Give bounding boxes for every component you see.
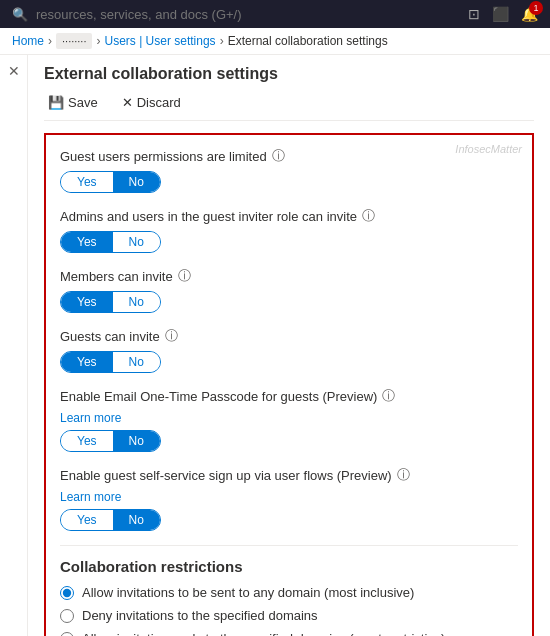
setting-label-text: Members can invite — [60, 269, 173, 284]
setting-label-text: Admins and users in the guest inviter ro… — [60, 209, 357, 224]
terminal-icon[interactable]: ⊡ — [468, 6, 480, 22]
toggle-self-service: Yes No — [60, 509, 161, 531]
toggle-no-4[interactable]: No — [113, 431, 160, 451]
setting-members-invite: Members can invite ⓘ Yes No — [60, 267, 518, 313]
collaboration-restrictions-title: Collaboration restrictions — [60, 558, 518, 575]
setting-guests-invite: Guests can invite ⓘ Yes No — [60, 327, 518, 373]
toolbar-icons: ⊡ ⬛ 🔔 1 — [468, 6, 538, 22]
setting-admins-invite: Admins and users in the guest inviter ro… — [60, 207, 518, 253]
radio-allow-any[interactable]: Allow invitations to be sent to any doma… — [60, 585, 518, 600]
breadcrumb-parent[interactable]: ········ — [56, 34, 92, 48]
toggle-no-2[interactable]: No — [113, 292, 160, 312]
toggle-admins-invite: Yes No — [60, 231, 161, 253]
setting-otp: Enable Email One-Time Passcode for guest… — [60, 387, 518, 452]
toggle-yes-4[interactable]: Yes — [61, 431, 113, 451]
setting-guest-permissions: Guest users permissions are limited ⓘ Ye… — [60, 147, 518, 193]
setting-label-text: Enable guest self-service sign up via us… — [60, 468, 392, 483]
toggle-otp: Yes No — [60, 430, 161, 452]
search-icon: 🔍 — [12, 7, 28, 22]
divider — [60, 545, 518, 546]
radio-allow-specified[interactable]: Allow invitations only to the specified … — [60, 631, 518, 636]
close-button[interactable]: ✕ — [8, 63, 20, 79]
setting-label-text: Enable Email One-Time Passcode for guest… — [60, 389, 377, 404]
toggle-yes-2[interactable]: Yes — [61, 292, 113, 312]
discard-icon: ✕ — [122, 95, 133, 110]
radio-deny-specified-input[interactable] — [60, 609, 74, 623]
radio-allow-any-input[interactable] — [60, 586, 74, 600]
breadcrumb-user-settings[interactable]: Users | User settings — [104, 34, 215, 48]
save-button[interactable]: 💾 Save — [44, 93, 102, 112]
radio-allow-specified-input[interactable] — [60, 632, 74, 637]
toggle-no-0[interactable]: No — [113, 172, 160, 192]
toggle-yes-0[interactable]: Yes — [61, 172, 113, 192]
learn-more-otp[interactable]: Learn more — [60, 411, 518, 425]
notification-badge: 1 — [529, 1, 543, 15]
toggle-guests-invite: Yes No — [60, 351, 161, 373]
setting-label-text: Guests can invite — [60, 329, 160, 344]
toggle-guest-permissions: Yes No — [60, 171, 161, 193]
discard-button[interactable]: ✕ Discard — [118, 93, 185, 112]
info-icon-5[interactable]: ⓘ — [397, 466, 410, 484]
settings-panel: InfosecMatter Guest users permissions ar… — [44, 133, 534, 636]
main-container: ✕ External collaboration settings 💾 Save… — [0, 55, 550, 636]
info-icon-1[interactable]: ⓘ — [362, 207, 375, 225]
radio-deny-specified-label: Deny invitations to the specified domain… — [82, 608, 318, 623]
content-area: External collaboration settings 💾 Save ✕… — [28, 55, 550, 636]
radio-allow-specified-label: Allow invitations only to the specified … — [82, 631, 445, 636]
info-icon-2[interactable]: ⓘ — [178, 267, 191, 285]
info-icon-4[interactable]: ⓘ — [382, 387, 395, 405]
search-input[interactable] — [36, 7, 460, 22]
toolbar: 💾 Save ✕ Discard — [44, 93, 534, 121]
breadcrumb-current: External collaboration settings — [228, 34, 388, 48]
breadcrumb-home[interactable]: Home — [12, 34, 44, 48]
learn-more-self-service[interactable]: Learn more — [60, 490, 518, 504]
info-icon-3[interactable]: ⓘ — [165, 327, 178, 345]
save-icon: 💾 — [48, 95, 64, 110]
toggle-yes-1[interactable]: Yes — [61, 232, 113, 252]
radio-allow-any-label: Allow invitations to be sent to any doma… — [82, 585, 414, 600]
page-title: External collaboration settings — [44, 65, 534, 83]
search-bar: 🔍 ⊡ ⬛ 🔔 1 — [0, 0, 550, 28]
toggle-no-1[interactable]: No — [113, 232, 160, 252]
setting-self-service: Enable guest self-service sign up via us… — [60, 466, 518, 531]
radio-deny-specified[interactable]: Deny invitations to the specified domain… — [60, 608, 518, 623]
setting-label-text: Guest users permissions are limited — [60, 149, 267, 164]
toggle-yes-3[interactable]: Yes — [61, 352, 113, 372]
breadcrumb: Home › ········ › Users | User settings … — [0, 28, 550, 55]
toggle-yes-5[interactable]: Yes — [61, 510, 113, 530]
bell-icon[interactable]: 🔔 1 — [521, 6, 538, 22]
toggle-no-3[interactable]: No — [113, 352, 160, 372]
info-icon-0[interactable]: ⓘ — [272, 147, 285, 165]
sidebar-left: ✕ — [0, 55, 28, 636]
toggle-no-5[interactable]: No — [113, 510, 160, 530]
monitor-icon[interactable]: ⬛ — [492, 6, 509, 22]
toggle-members-invite: Yes No — [60, 291, 161, 313]
